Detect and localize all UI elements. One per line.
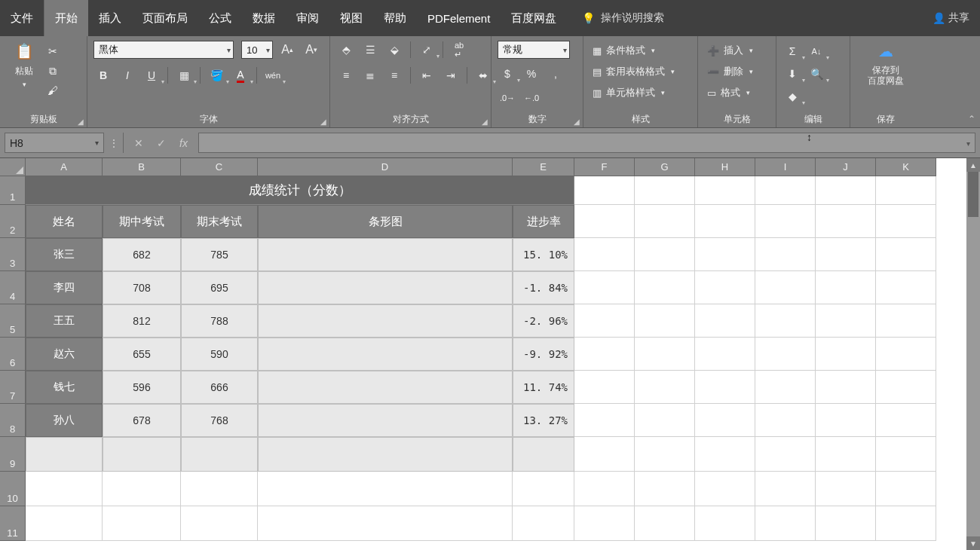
cell[interactable]: [876, 304, 936, 338]
cell[interactable]: [635, 371, 695, 404]
cell[interactable]: [755, 371, 816, 404]
name-cell[interactable]: 张三: [26, 238, 103, 271]
cell[interactable]: [876, 271, 936, 304]
column-header-E[interactable]: E: [513, 158, 574, 176]
increase-decimal-button[interactable]: .0→: [498, 89, 517, 107]
bar-cell[interactable]: [258, 338, 513, 371]
cell[interactable]: [876, 472, 936, 506]
select-all-corner[interactable]: [0, 158, 26, 176]
border-button[interactable]: ▦▾: [174, 66, 194, 84]
fin-cell[interactable]: 785: [181, 238, 258, 271]
rate-cell[interactable]: 11. 74%: [513, 371, 574, 404]
tab-insert[interactable]: 插入: [88, 0, 132, 36]
column-header-J[interactable]: J: [816, 158, 876, 176]
cell[interactable]: [513, 437, 574, 472]
font-size-combo[interactable]: 10 ▾: [241, 41, 273, 59]
font-color-button[interactable]: A▾: [231, 66, 250, 84]
name-cell[interactable]: 李四: [26, 271, 103, 304]
fin-cell[interactable]: 788: [181, 304, 258, 338]
insert-function-button[interactable]: fx: [179, 137, 188, 149]
cell[interactable]: [258, 506, 513, 541]
font-dialog-launcher[interactable]: ◢: [320, 118, 326, 126]
number-format-combo[interactable]: 常规 ▾: [498, 41, 570, 59]
cell[interactable]: [876, 506, 936, 541]
cell[interactable]: [574, 404, 635, 437]
cell[interactable]: [816, 238, 876, 271]
cells-area[interactable]: 成绩统计（分数）姓名期中考试期末考试条形图进步率张三68278515. 10%李…: [26, 176, 936, 541]
clipboard-dialog-launcher[interactable]: ◢: [78, 118, 84, 126]
table-header[interactable]: 姓名: [26, 205, 103, 238]
merge-center-button[interactable]: ⬌▾: [473, 66, 493, 84]
bar-cell[interactable]: [258, 304, 513, 338]
cell[interactable]: [574, 338, 635, 371]
decrease-decimal-button[interactable]: ←.0: [522, 89, 541, 107]
cell[interactable]: [635, 238, 695, 271]
cut-icon[interactable]: ✂: [45, 44, 60, 59]
cell[interactable]: [816, 472, 876, 506]
cell[interactable]: [816, 176, 876, 205]
cancel-formula-button[interactable]: ✕: [134, 137, 143, 149]
bar-cell[interactable]: [258, 371, 513, 404]
column-header-G[interactable]: G: [635, 158, 695, 176]
cell[interactable]: [755, 176, 816, 205]
cell[interactable]: [816, 404, 876, 437]
row-header-10[interactable]: 10: [0, 472, 26, 506]
table-header[interactable]: 期末考试: [181, 205, 258, 238]
paste-button[interactable]: 📋 粘贴 ▾: [6, 41, 42, 88]
tab-view[interactable]: 视图: [329, 0, 373, 36]
sort-filter-button[interactable]: A↓▾: [807, 42, 826, 60]
scroll-thumb[interactable]: [968, 172, 978, 217]
cell[interactable]: [574, 238, 635, 271]
fin-cell[interactable]: 695: [181, 271, 258, 304]
column-header-D[interactable]: D: [258, 158, 513, 176]
cell[interactable]: [181, 472, 258, 506]
cell[interactable]: [574, 472, 635, 506]
percent-format-button[interactable]: %: [522, 65, 541, 83]
copy-icon[interactable]: ⧉: [45, 63, 60, 78]
tab-review[interactable]: 审阅: [286, 0, 329, 36]
bar-cell[interactable]: [258, 404, 513, 437]
cell[interactable]: [876, 205, 936, 238]
cell[interactable]: [755, 205, 816, 238]
tab-page-layout[interactable]: 页面布局: [132, 0, 198, 36]
cell[interactable]: [695, 205, 755, 238]
column-header-C[interactable]: C: [181, 158, 258, 176]
cell[interactable]: [513, 506, 574, 541]
bar-cell[interactable]: [258, 238, 513, 271]
cell[interactable]: [574, 205, 635, 238]
align-right-button[interactable]: ≡: [384, 66, 404, 84]
cell[interactable]: [876, 338, 936, 371]
cell[interactable]: [695, 271, 755, 304]
cell[interactable]: [695, 338, 755, 371]
format-cells-button[interactable]: ▭格式▾: [704, 84, 753, 101]
formula-input[interactable]: ↕ ▾: [198, 133, 975, 153]
cell[interactable]: [876, 371, 936, 404]
cell[interactable]: [876, 437, 936, 472]
cell[interactable]: [635, 271, 695, 304]
underline-button[interactable]: U▾: [142, 66, 161, 84]
format-painter-icon[interactable]: 🖌: [45, 83, 60, 98]
expand-formula-bar-button[interactable]: ▾: [966, 139, 970, 147]
cell[interactable]: [695, 304, 755, 338]
number-dialog-launcher[interactable]: ◢: [574, 118, 580, 126]
align-middle-button[interactable]: ☰: [360, 41, 380, 59]
cell[interactable]: [695, 176, 755, 205]
row-header-1[interactable]: 1: [0, 176, 26, 205]
format-as-table-button[interactable]: ▤套用表格格式▾: [590, 63, 678, 80]
tab-data[interactable]: 数据: [242, 0, 286, 36]
align-left-button[interactable]: ≡: [336, 66, 356, 84]
row-header-9[interactable]: 9: [0, 437, 26, 472]
table-header[interactable]: 期中考试: [103, 205, 181, 238]
column-header-K[interactable]: K: [876, 158, 936, 176]
name-cell[interactable]: 孙八: [26, 404, 103, 437]
row-header-3[interactable]: 3: [0, 238, 26, 271]
cell[interactable]: [816, 371, 876, 404]
cell[interactable]: [695, 506, 755, 541]
cell[interactable]: [574, 437, 635, 472]
cell[interactable]: [635, 338, 695, 371]
cell[interactable]: [574, 271, 635, 304]
fin-cell[interactable]: 666: [181, 371, 258, 404]
column-header-F[interactable]: F: [574, 158, 635, 176]
cell[interactable]: [574, 371, 635, 404]
conditional-format-button[interactable]: ▦条件格式▾: [590, 42, 658, 59]
